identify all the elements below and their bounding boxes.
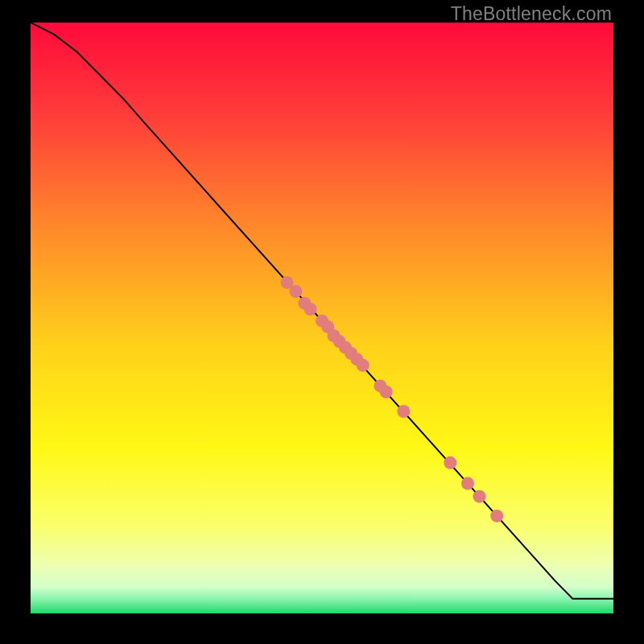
data-point <box>473 490 485 503</box>
data-point <box>289 285 302 298</box>
data-point <box>397 405 410 418</box>
watermark-text: TheBottleneck.com <box>451 3 612 25</box>
data-point <box>357 359 369 372</box>
data-point <box>490 510 503 522</box>
data-point <box>380 386 393 398</box>
data-points <box>31 23 613 613</box>
data-point <box>304 303 317 316</box>
data-point <box>461 477 474 490</box>
data-point <box>444 456 456 469</box>
plot-area <box>31 23 613 613</box>
